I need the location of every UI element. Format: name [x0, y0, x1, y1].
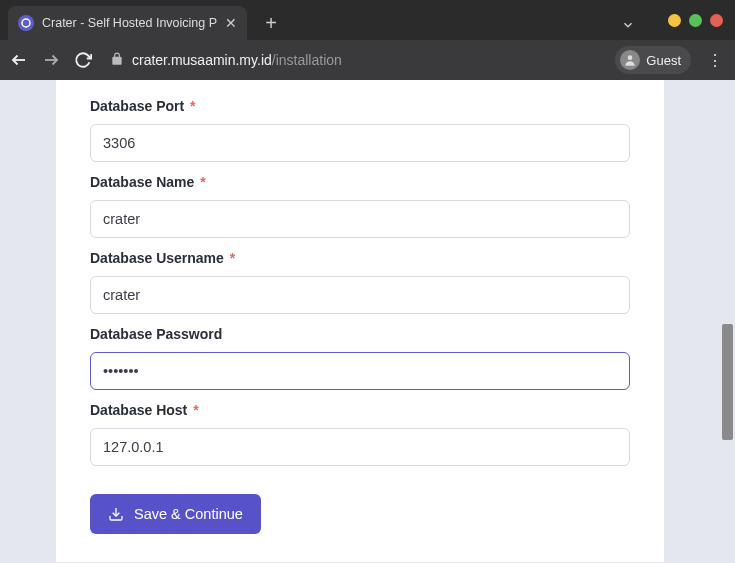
db-name-input[interactable] [90, 200, 630, 238]
back-button[interactable] [10, 51, 28, 69]
forward-button[interactable] [42, 51, 60, 69]
svg-point-3 [628, 55, 633, 60]
db-password-input[interactable] [90, 352, 630, 390]
db-port-label: Database Port * [90, 98, 630, 114]
db-port-group: Database Port * [90, 98, 630, 162]
label-text: Database Port [90, 98, 184, 114]
address-bar[interactable]: crater.musaamin.my.id/installation [106, 52, 601, 69]
db-name-group: Database Name * [90, 174, 630, 238]
site-favicon-icon [18, 15, 34, 31]
tab-bar: Crater - Self Hosted Invoicing P ✕ + [0, 0, 735, 40]
db-host-group: Database Host * [90, 402, 630, 466]
scrollbar-track[interactable] [720, 80, 735, 563]
close-window-icon[interactable] [710, 14, 723, 27]
browser-tab[interactable]: Crater - Self Hosted Invoicing P ✕ [8, 6, 247, 40]
button-label: Save & Continue [134, 506, 243, 522]
page-content: Database Port * Database Name * Database… [0, 80, 720, 563]
db-port-input[interactable] [90, 124, 630, 162]
save-icon [108, 506, 124, 522]
db-password-label: Database Password [90, 326, 630, 342]
url-host: crater.musaamin.my.id [132, 52, 272, 68]
svg-point-0 [22, 19, 30, 27]
label-text: Database Name [90, 174, 194, 190]
browser-toolbar: crater.musaamin.my.id/installation Guest… [0, 40, 735, 80]
db-host-label: Database Host * [90, 402, 630, 418]
avatar-icon [620, 50, 640, 70]
url-path: /installation [272, 52, 342, 68]
label-text: Database Password [90, 326, 222, 342]
profile-label: Guest [646, 53, 681, 68]
db-password-group: Database Password [90, 326, 630, 390]
reload-button[interactable] [74, 51, 92, 69]
window-controls [668, 14, 723, 27]
minimize-window-icon[interactable] [668, 14, 681, 27]
new-tab-button[interactable]: + [257, 9, 285, 37]
label-text: Database Username [90, 250, 224, 266]
required-marker: * [200, 174, 205, 190]
profile-chip[interactable]: Guest [615, 46, 691, 74]
browser-menu-button[interactable]: ⋮ [705, 51, 725, 70]
db-username-input[interactable] [90, 276, 630, 314]
db-name-label: Database Name * [90, 174, 630, 190]
scrollbar-thumb[interactable] [722, 324, 733, 440]
db-host-input[interactable] [90, 428, 630, 466]
required-marker: * [190, 98, 195, 114]
tab-title: Crater - Self Hosted Invoicing P [42, 16, 217, 30]
close-tab-icon[interactable]: ✕ [225, 15, 237, 31]
required-marker: * [193, 402, 198, 418]
db-username-label: Database Username * [90, 250, 630, 266]
maximize-window-icon[interactable] [689, 14, 702, 27]
db-username-group: Database Username * [90, 250, 630, 314]
installation-form-card: Database Port * Database Name * Database… [55, 80, 665, 563]
browser-chrome: Crater - Self Hosted Invoicing P ✕ + [0, 0, 735, 80]
page-viewport: Database Port * Database Name * Database… [0, 80, 735, 563]
tabs-dropdown-icon[interactable] [621, 18, 635, 36]
lock-icon [110, 52, 124, 69]
save-continue-button[interactable]: Save & Continue [90, 494, 261, 534]
label-text: Database Host [90, 402, 187, 418]
required-marker: * [230, 250, 235, 266]
